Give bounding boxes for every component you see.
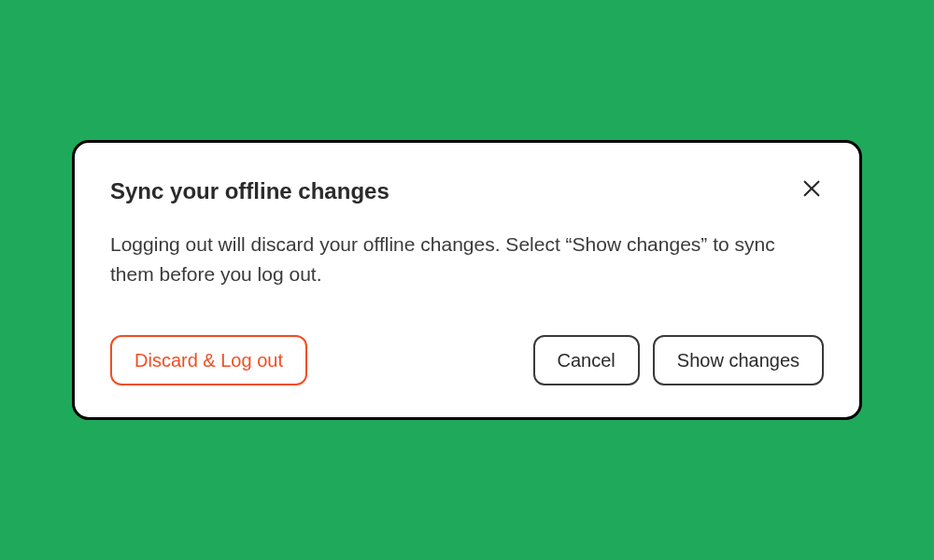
discard-logout-button[interactable]: Discard & Log out: [110, 335, 307, 385]
sync-offline-dialog: Sync your offline changes Logging out wi…: [72, 140, 862, 420]
show-changes-button[interactable]: Show changes: [653, 335, 824, 385]
close-icon: [801, 178, 822, 202]
dialog-header: Sync your offline changes: [110, 176, 824, 205]
close-button[interactable]: [800, 176, 824, 203]
dialog-title: Sync your offline changes: [110, 176, 389, 205]
dialog-footer: Discard & Log out Cancel Show changes: [110, 335, 824, 385]
dialog-body-text: Logging out will discard your offline ch…: [110, 230, 783, 288]
cancel-button[interactable]: Cancel: [533, 335, 640, 385]
footer-right-group: Cancel Show changes: [533, 335, 824, 385]
